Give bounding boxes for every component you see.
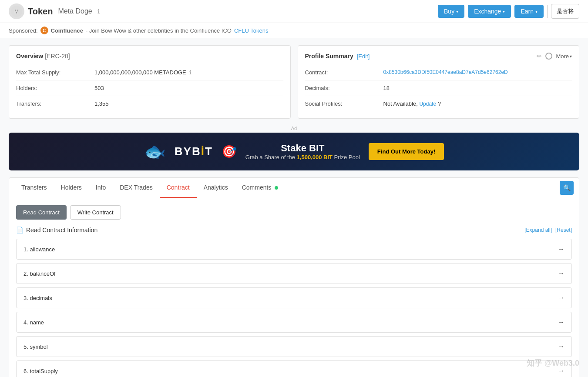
contract-item-4-label: 4. name <box>24 319 44 326</box>
contract-item-3-label: 3. decimals <box>24 295 52 301</box>
contract-item-decimals[interactable]: 3. decimals → <box>16 287 572 308</box>
ad-character-icon: 🐟 <box>144 141 166 162</box>
tab-holders[interactable]: Holders <box>54 178 89 198</box>
pencil-icon[interactable]: ✏ <box>537 53 542 60</box>
ad-highlight: 1,500,000 BIT <box>297 154 333 160</box>
contract-item-3-arrow: → <box>558 294 564 302</box>
contract-item-balanceof[interactable]: 2. balanceOf → <box>16 263 572 284</box>
contract-buttons: Read Contract Write Contract <box>16 205 572 220</box>
update-link[interactable]: Update <box>419 101 436 107</box>
max-supply-label: Max Total Supply: <box>16 69 94 76</box>
page-header: M Token Meta Doge ℹ Buy ▾ Exchange ▾ Ear… <box>0 0 588 23</box>
exchange-chevron-icon: ▾ <box>503 9 505 14</box>
decimals-value: 18 <box>383 85 572 91</box>
cflu-link[interactable]: CFLU Tokens <box>234 27 269 34</box>
tabs-list: Transfers Holders Info DEX Trades Contra… <box>14 178 285 198</box>
ad-main-text: Stake BIT <box>245 143 360 154</box>
contract-item-allowance[interactable]: 1. allowance → <box>16 239 572 260</box>
header-left: M Token Meta Doge ℹ <box>9 3 100 19</box>
max-supply-row: Max Total Supply: 1,000,000,000,000,000 … <box>16 65 283 80</box>
contract-item-symbol[interactable]: 5. symbol → <box>16 336 572 357</box>
more-button[interactable]: More ▾ <box>556 53 572 60</box>
ad-section: Ad 🐟 BYBİT 🎯 Stake BIT Grab a Share of t… <box>9 126 579 170</box>
sponsored-text: - Join Bow Wow & other celebrities in th… <box>86 27 232 34</box>
ad-cta-button[interactable]: Find Out More Today! <box>369 143 444 160</box>
profile-card: Profile Summary [Edit] ✏ More ▾ Contract… <box>298 45 580 119</box>
contract-item-6-label: 6. totalSupply <box>24 368 58 374</box>
contract-info-header: 📄 Read Contract Information [Expand all]… <box>16 227 572 234</box>
contract-address-link[interactable]: 0x8530b66ca3DDf50E0447eae8aD7eA7d5e62762… <box>383 69 508 75</box>
profile-edit-link[interactable]: [Edit] <box>357 53 370 60</box>
tab-comments[interactable]: Comments <box>235 178 286 198</box>
tab-analytics[interactable]: Analytics <box>197 178 235 198</box>
social-profiles-label: Social Profiles: <box>305 100 383 107</box>
ad-bybit-mascot: 🎯 <box>222 144 237 159</box>
profile-title: Profile Summary <box>305 53 353 60</box>
info-icon[interactable]: ℹ <box>97 8 100 15</box>
header-right: Buy ▾ Exchange ▾ Earn ▾ 是否将 <box>438 4 579 19</box>
tab-dex-trades[interactable]: DEX Trades <box>113 178 159 198</box>
contract-item-name[interactable]: 4. name → <box>16 312 572 333</box>
ad-banner[interactable]: 🐟 BYBİT 🎯 Stake BIT Grab a Share of the … <box>9 133 579 170</box>
max-supply-value: 1,000,000,000,000,000 METADOGE ℹ <box>94 69 283 76</box>
more-chevron-icon: ▾ <box>570 54 572 59</box>
header-divider <box>547 5 548 18</box>
coinfluence-name: Coinfluence <box>51 27 83 34</box>
token-name: Meta Doge <box>58 7 92 15</box>
svg-text:M: M <box>14 9 19 15</box>
supply-info-icon[interactable]: ℹ <box>189 69 192 76</box>
read-contract-button[interactable]: Read Contract <box>16 205 67 220</box>
earn-button[interactable]: Earn ▾ <box>514 5 544 18</box>
buy-chevron-icon: ▾ <box>456 9 458 14</box>
tab-transfers[interactable]: Transfers <box>14 178 54 198</box>
decimals-row: Decimals: 18 <box>305 80 572 96</box>
coinfluence-icon: C <box>40 27 48 34</box>
ad-bybit-logo: BYBİT <box>175 145 213 158</box>
circle-icon <box>545 53 552 60</box>
contract-row: Contract: 0x8530b66ca3DDf50E0447eae8aD7e… <box>305 65 572 80</box>
comments-dot <box>275 186 278 190</box>
ad-sub-text: Grab a Share of the 1,500,000 BIT Prize … <box>245 154 360 160</box>
buy-button[interactable]: Buy ▾ <box>438 5 464 18</box>
contract-content: Read Contract Write Contract 📄 Read Cont… <box>9 198 579 377</box>
language-button[interactable]: 是否将 <box>551 4 579 19</box>
expand-all-link[interactable]: [Expand all] <box>524 227 552 233</box>
tab-info[interactable]: Info <box>89 178 113 198</box>
social-profiles-value: Not Available, Update ? <box>383 100 572 107</box>
profile-header: Profile Summary [Edit] ✏ More ▾ <box>305 53 572 60</box>
ad-label: Ad <box>9 126 579 131</box>
contract-item-4-arrow: → <box>558 318 564 326</box>
transfers-label: Transfers: <box>16 100 94 107</box>
contract-actions: [Expand all] [Reset] <box>524 227 572 233</box>
write-contract-button[interactable]: Write Contract <box>70 205 121 220</box>
tabs-header: Transfers Holders Info DEX Trades Contra… <box>9 178 579 198</box>
profile-actions: ✏ More ▾ <box>537 53 572 60</box>
sponsored-bar: Sponsored: C Coinfluence - Join Bow Wow … <box>0 23 588 38</box>
overview-title: Overview [ERC-20] <box>16 53 283 60</box>
overview-subtitle: [ERC-20] <box>45 53 70 60</box>
tab-search-button[interactable]: 🔍 <box>560 181 574 195</box>
holders-label: Holders: <box>16 85 94 91</box>
contract-info-label: Read Contract Information <box>26 227 97 234</box>
tabs-container: Transfers Holders Info DEX Trades Contra… <box>9 177 579 377</box>
holders-value: 503 <box>94 85 283 91</box>
overview-card: Overview [ERC-20] Max Total Supply: 1,00… <box>9 45 291 119</box>
main-content: Overview [ERC-20] Max Total Supply: 1,00… <box>0 38 588 377</box>
contract-item-2-label: 2. balanceOf <box>24 270 56 277</box>
sponsored-label: Sponsored: <box>9 27 38 34</box>
file-icon: 📄 <box>16 227 24 234</box>
contract-item-1-label: 1. allowance <box>24 246 55 253</box>
profile-title-section: Profile Summary [Edit] <box>305 53 370 60</box>
token-logo-icon: M <box>9 3 24 19</box>
contract-item-5-label: 5. symbol <box>24 344 48 350</box>
transfers-value: 1,355 <box>94 100 283 107</box>
contract-item-totalsupply[interactable]: 6. totalSupply → <box>16 360 572 377</box>
reset-link[interactable]: [Reset] <box>555 227 572 233</box>
tab-contract[interactable]: Contract <box>160 178 197 198</box>
contract-item-1-arrow: → <box>558 245 564 253</box>
decimals-label: Decimals: <box>305 85 383 91</box>
token-prefix: Token <box>28 7 53 17</box>
exchange-button[interactable]: Exchange ▾ <box>468 5 511 18</box>
contract-item-2-arrow: → <box>558 270 564 277</box>
social-profiles-row: Social Profiles: Not Available, Update ? <box>305 96 572 111</box>
